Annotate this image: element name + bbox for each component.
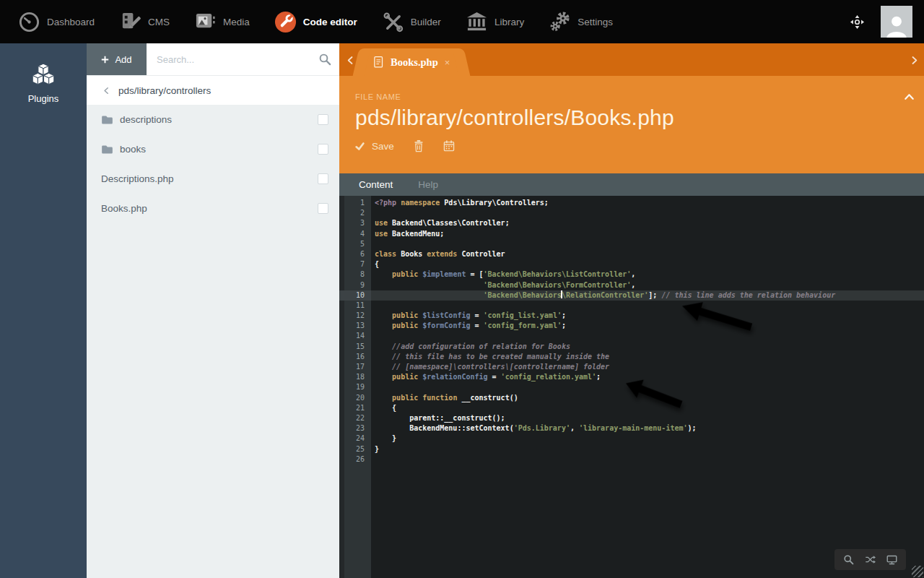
nav-item-dashboard[interactable]: Dashboard [6, 0, 107, 43]
check-icon [355, 142, 365, 151]
fullscreen-monitor-icon[interactable] [886, 554, 897, 565]
nav-item-cms[interactable]: CMS [107, 0, 182, 43]
plugins-icon [30, 62, 57, 87]
search-icon [318, 53, 331, 66]
nav-item-label: Library [494, 17, 524, 27]
file-checkbox[interactable] [318, 114, 328, 125]
code-line-13[interactable]: 13 public $formConfig = 'config_form.yam… [339, 321, 924, 331]
code-line-11[interactable]: 11 [339, 301, 924, 311]
code-line-24[interactable]: 24 } [339, 434, 924, 444]
file-checkbox[interactable] [318, 203, 328, 214]
code-line-12[interactable]: 12 public $listConfig = 'config_list.yam… [339, 311, 924, 321]
add-button[interactable]: Add [87, 43, 147, 75]
chevron-left-icon [103, 87, 110, 95]
nav-item-code-editor[interactable]: Code editor [262, 0, 370, 43]
file-item-books[interactable]: books [87, 134, 339, 164]
avatar[interactable] [881, 6, 912, 38]
breadcrumb-path: pds/library/controllers [118, 85, 211, 96]
code-editor-page: DashboardCMSMediaCode editorBuilderLibra… [0, 0, 924, 578]
search-box [147, 43, 339, 75]
file-item-label: Books.php [101, 203, 147, 214]
library-icon [466, 11, 488, 33]
content-tabs: ContentHelp [339, 173, 924, 196]
file-item-books-php[interactable]: Books.php [87, 194, 339, 223]
nav-item-label: Dashboard [47, 17, 95, 27]
tab-content[interactable]: Content [359, 179, 393, 190]
editor-pane: Books.php × FILE NAME pds/library/contro… [339, 43, 924, 578]
topnav-items: DashboardCMSMediaCode editorBuilderLibra… [6, 0, 625, 43]
nav-item-label: Builder [411, 17, 441, 27]
file-item-descriptions[interactable]: descriptions [87, 105, 339, 134]
file-item-label: Descriptions.php [101, 173, 174, 184]
editor-mini-toolbar [834, 549, 906, 570]
code-line-23[interactable]: 23 BackendMenu::setContext('Pds.Library'… [339, 423, 924, 434]
body: Plugins Add pds/library/controllers desc… [0, 43, 924, 578]
file-checkbox[interactable] [318, 173, 328, 184]
dashboard-icon [18, 11, 40, 33]
file-list: descriptionsbooksDescriptions.phpBooks.p… [87, 105, 339, 578]
settings-icon [549, 11, 571, 33]
code-line-10[interactable]: 10 'Backend\Behaviors\RelationController… [339, 290, 924, 301]
nav-item-media[interactable]: Media [182, 0, 262, 43]
file-checkbox[interactable] [318, 144, 328, 155]
code-line-21[interactable]: 21 { [339, 403, 924, 413]
file-item-label: books [120, 144, 146, 155]
editor-tabstrip: Books.php × [339, 43, 924, 76]
code-editor[interactable]: 1<?php namespace Pds\Library\Controllers… [339, 196, 924, 578]
code-line-8[interactable]: 8 public $implement = ['Backend\Behavior… [339, 269, 924, 280]
code-line-1[interactable]: 1<?php namespace Pds\Library\Controllers… [339, 198, 924, 208]
document-icon [373, 56, 384, 69]
search-code-icon[interactable] [843, 554, 854, 565]
code-line-2[interactable]: 2 [339, 208, 924, 218]
builder-icon [382, 11, 404, 33]
sidebar-item-label: Plugins [28, 93, 59, 104]
file-panel-toolbar: Add [87, 43, 339, 75]
tab-books-php[interactable]: Books.php × [362, 48, 461, 76]
folder-icon [101, 144, 113, 155]
nav-item-label: Code editor [303, 17, 357, 27]
calendar-icon[interactable] [443, 139, 455, 152]
code-line-7[interactable]: 7{ [339, 259, 924, 269]
file-item-descriptions-php[interactable]: Descriptions.php [87, 164, 339, 194]
delete-icon[interactable] [413, 139, 424, 152]
replace-shuffle-icon[interactable] [865, 554, 876, 565]
tabs-scroll-left-icon[interactable] [346, 56, 355, 65]
code-line-6[interactable]: 6class Books extends Controller [339, 249, 924, 259]
file-item-label: descriptions [120, 114, 172, 125]
code-editor-icon [274, 11, 297, 33]
topnav-right [850, 6, 912, 38]
sidebar-item-plugins[interactable]: Plugins [0, 43, 87, 104]
tab-label: Books.php [391, 56, 438, 69]
code-line-25[interactable]: 25} [339, 444, 924, 454]
file-header: FILE NAME pds/library/controllers/Books.… [339, 76, 924, 173]
nav-item-settings[interactable]: Settings [536, 0, 625, 43]
code-line-3[interactable]: 3use Backend\Classes\Controller; [339, 218, 924, 228]
nav-item-library[interactable]: Library [453, 0, 536, 43]
collapse-header-icon[interactable] [904, 92, 915, 103]
tab-close-icon[interactable]: × [445, 57, 450, 68]
save-button[interactable]: Save [355, 141, 394, 152]
code-line-5[interactable]: 5 [339, 239, 924, 249]
code-line-14[interactable]: 14 [339, 331, 924, 341]
resize-grip[interactable] [912, 566, 923, 577]
tabs-scroll-right-icon[interactable] [910, 56, 919, 65]
code-line-22[interactable]: 22 parent::__construct(); [339, 413, 924, 423]
move-icon[interactable] [850, 14, 865, 30]
code-line-15[interactable]: 15 //add configuration of relation for B… [339, 342, 924, 352]
code-line-26[interactable]: 26 [339, 454, 924, 465]
nav-item-label: CMS [148, 17, 170, 27]
code-line-17[interactable]: 17 // [namespace]\controllers\[controlle… [339, 362, 924, 372]
search-input[interactable] [147, 43, 339, 75]
code-line-9[interactable]: 9 'Backend\Behaviors\FormController', [339, 280, 924, 290]
nav-item-label: Settings [578, 17, 613, 27]
sidebar: Plugins [0, 43, 87, 578]
user-icon [884, 13, 910, 38]
tab-help[interactable]: Help [418, 179, 438, 190]
file-panel: Add pds/library/controllers descriptions… [87, 43, 339, 578]
code-line-16[interactable]: 16 // this file has to be created manual… [339, 352, 924, 362]
top-navigation: DashboardCMSMediaCode editorBuilderLibra… [0, 0, 924, 43]
save-button-label: Save [372, 141, 394, 152]
code-line-4[interactable]: 4use BackendMenu; [339, 229, 924, 239]
breadcrumb[interactable]: pds/library/controllers [87, 75, 339, 105]
nav-item-builder[interactable]: Builder [370, 0, 453, 43]
